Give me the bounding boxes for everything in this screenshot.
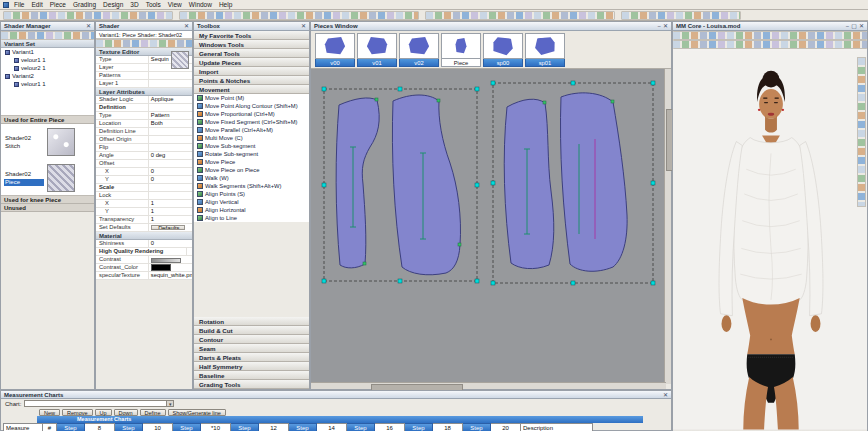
- toolbox-category[interactable]: Points & Notches: [194, 76, 309, 85]
- measurement-button[interactable]: Remove: [62, 409, 92, 416]
- maximize-icon[interactable]: ▢: [851, 22, 857, 30]
- property-value[interactable]: 1: [149, 216, 192, 223]
- viewer-3d-viewport[interactable]: [673, 49, 867, 431]
- measurement-header-cell[interactable]: 16: [375, 423, 405, 431]
- property-row[interactable]: Scale: [96, 184, 192, 192]
- toolbox-tool[interactable]: Move Fixed Segment (Ctrl+Shift+M): [194, 118, 309, 126]
- menu-item[interactable]: Piece: [50, 1, 66, 8]
- shader-panel-toolbar[interactable]: [96, 39, 192, 48]
- variant-tree-item[interactable]: velour1 1: [1, 80, 94, 88]
- menu-item[interactable]: 3D: [130, 1, 138, 8]
- toolbox-category[interactable]: Seam: [194, 344, 309, 353]
- menu-item[interactable]: File: [14, 1, 24, 8]
- property-value[interactable]: 1: [149, 208, 192, 215]
- property-value[interactable]: [149, 80, 192, 87]
- close-icon[interactable]: ✕: [859, 22, 864, 30]
- property-row[interactable]: Definition: [96, 104, 192, 112]
- close-icon[interactable]: ✕: [663, 22, 668, 30]
- property-row[interactable]: X 0: [96, 168, 192, 176]
- measurement-button[interactable]: Down: [114, 409, 138, 416]
- piece-tile[interactable]: Piece: [441, 33, 481, 68]
- property-row[interactable]: Type Pattern: [96, 112, 192, 120]
- chevron-down-icon[interactable]: ▾: [166, 401, 173, 406]
- property-value[interactable]: [149, 128, 192, 135]
- measurement-header-cell[interactable]: Step: [57, 423, 85, 431]
- toolbox-tool[interactable]: Move Point (M): [194, 94, 309, 102]
- property-row[interactable]: Location Both: [96, 120, 192, 128]
- toolbox-tool[interactable]: Move Piece on Piece: [194, 166, 309, 174]
- toolbar-icons-strip[interactable]: [3, 11, 173, 20]
- measurement-button[interactable]: Up: [95, 409, 112, 416]
- property-row[interactable]: Contrast: [96, 256, 192, 264]
- property-value[interactable]: [149, 144, 192, 151]
- piece-tile[interactable]: v02: [399, 33, 439, 68]
- toolbox-category[interactable]: Half Symmetry: [194, 362, 309, 371]
- variant-tree-item[interactable]: Variant1: [1, 48, 94, 56]
- property-value[interactable]: [149, 104, 192, 111]
- toolbox-category[interactable]: General Tools: [194, 49, 309, 58]
- measurement-header-cell[interactable]: 8: [85, 423, 115, 431]
- measurement-header-cell[interactable]: Step: [231, 423, 259, 431]
- property-row[interactable]: Layer 1: [96, 80, 192, 88]
- toolbox-tool[interactable]: Align Horizontal: [194, 206, 309, 214]
- toolbox-category[interactable]: Build & Cut: [194, 326, 309, 335]
- toolbox-category[interactable]: Darts & Pleats: [194, 353, 309, 362]
- toolbox-tool[interactable]: Walk Segments (Shift+Alt+W): [194, 182, 309, 190]
- toolbox-category[interactable]: Rotation: [194, 317, 309, 326]
- property-value[interactable]: [149, 184, 192, 191]
- toolbox-category-movement[interactable]: Movement: [194, 85, 309, 94]
- variant-tree-item[interactable]: velour2 1: [1, 64, 94, 72]
- toolbox-tool[interactable]: Walk (W): [194, 174, 309, 182]
- toolbox-category[interactable]: Baseline: [194, 371, 309, 380]
- measurement-header-cell[interactable]: Step: [463, 423, 491, 431]
- pattern-canvas[interactable]: [311, 69, 666, 384]
- toolbox-category[interactable]: Grading Tools: [194, 380, 309, 389]
- menu-item[interactable]: Grading: [73, 1, 96, 8]
- toolbox-tool[interactable]: Align Vertical: [194, 198, 309, 206]
- property-value[interactable]: Pattern: [149, 112, 192, 119]
- texture-preview[interactable]: [171, 51, 189, 69]
- measurement-header-cell[interactable]: *10: [201, 423, 231, 431]
- property-row[interactable]: Transparency 1: [96, 216, 192, 224]
- measurement-header-cell[interactable]: Step: [289, 423, 317, 431]
- viewer-3d-toolbar-row1[interactable]: [673, 31, 867, 40]
- property-row[interactable]: Shininess 0: [96, 240, 192, 248]
- variant-tree-item[interactable]: velour1 1: [1, 56, 94, 64]
- vertical-scrollbar[interactable]: [664, 69, 671, 384]
- measurement-header-cell[interactable]: 12: [259, 423, 289, 431]
- minimize-icon[interactable]: −: [846, 22, 850, 30]
- property-row[interactable]: High Quality Rendering: [96, 248, 192, 256]
- measurement-header-cell[interactable]: 18: [433, 423, 463, 431]
- property-value[interactable]: [149, 136, 192, 143]
- shader-item[interactable]: Shader02 Piece: [1, 160, 94, 196]
- property-row[interactable]: Lock: [96, 192, 192, 200]
- measurement-header-cell[interactable]: Step: [115, 423, 143, 431]
- property-row[interactable]: Offset Origin: [96, 136, 192, 144]
- property-row[interactable]: Y 0: [96, 176, 192, 184]
- close-icon[interactable]: ✕: [86, 22, 91, 30]
- measurement-header-cell[interactable]: Step: [347, 423, 375, 431]
- toolbox-category[interactable]: Windows Tools: [194, 40, 309, 49]
- measurement-header-cell[interactable]: Measure: [3, 423, 43, 431]
- piece-tile[interactable]: v00: [315, 33, 355, 68]
- pattern-canvas-svg[interactable]: [311, 69, 666, 384]
- variant-tree-item[interactable]: Variant2: [1, 72, 94, 80]
- piece-tile[interactable]: sp01: [525, 33, 565, 68]
- close-icon[interactable]: ✕: [184, 22, 189, 30]
- property-value[interactable]: Applique: [149, 96, 192, 103]
- toolbox-tool[interactable]: Move Proportional (Ctrl+M): [194, 110, 309, 118]
- piece-tile[interactable]: v01: [357, 33, 397, 68]
- property-value[interactable]: 0: [149, 240, 192, 247]
- measurement-header-cell[interactable]: Description: [521, 423, 593, 431]
- toolbar-icons-strip[interactable]: [621, 11, 741, 20]
- toolbox-tool[interactable]: Align Points (S): [194, 190, 309, 198]
- avatar-3d[interactable]: [673, 49, 867, 431]
- close-icon[interactable]: ✕: [301, 22, 306, 30]
- property-value[interactable]: [149, 264, 192, 271]
- minimize-icon[interactable]: −: [657, 22, 661, 30]
- property-value[interactable]: [149, 192, 192, 199]
- toolbox-tool[interactable]: Rotate Sub-segment: [194, 150, 309, 158]
- viewer-3d-side-toolbar[interactable]: [857, 57, 866, 207]
- toolbox-category[interactable]: Contour: [194, 335, 309, 344]
- toolbox-tool[interactable]: Move Sub-segment: [194, 142, 309, 150]
